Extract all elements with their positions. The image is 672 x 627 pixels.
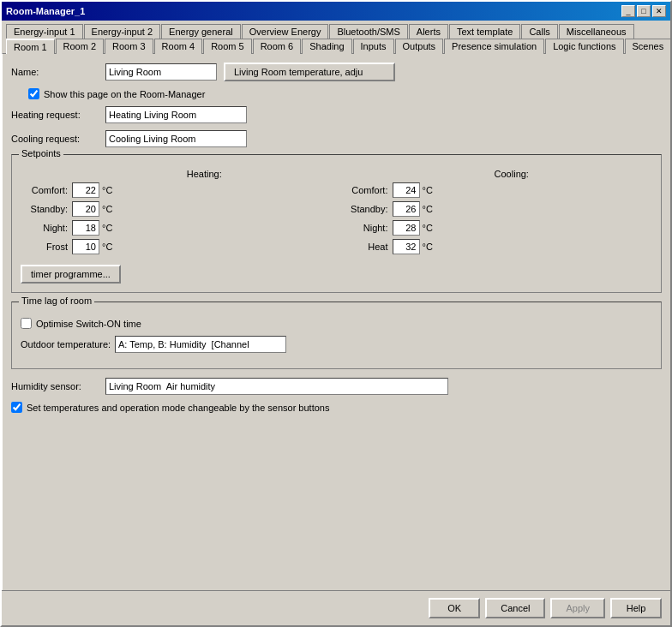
humidity-label: Humidity sensor:	[11, 381, 105, 391]
heating-col: Comfort: °C Standby: °C Night: °C	[21, 182, 333, 258]
timer-btn-row: timer programme...	[21, 265, 652, 284]
comfort-c-input[interactable]	[393, 182, 420, 198]
tab-miscellaneous[interactable]: Miscellaneous	[559, 24, 634, 39]
tab-calls[interactable]: Calls	[521, 24, 557, 39]
tab-scenes[interactable]: Scenes	[625, 39, 672, 54]
cooling-input[interactable]	[105, 130, 247, 147]
cooling-col-header: Cooling:	[495, 169, 529, 179]
main-window: Room-Manager_1 _ □ ✕ Energy-input 1 Ener…	[0, 0, 672, 627]
standby-c-unit: °C	[423, 204, 433, 214]
frost-unit: °C	[102, 242, 112, 252]
heat-unit: °C	[423, 242, 433, 252]
help-button[interactable]: Help	[610, 598, 662, 618]
night-c-unit: °C	[423, 223, 433, 233]
comfort-c-unit: °C	[423, 185, 433, 195]
minimize-button[interactable]: _	[621, 5, 635, 17]
frost-label: Frost	[21, 242, 72, 252]
show-checkbox-label: Show this page on the Room-Manager	[44, 89, 205, 99]
tab-row-2: Room 1 Room 2 Room 3 Room 4 Room 5 Room …	[6, 38, 666, 53]
tab-alerts[interactable]: Alerts	[409, 24, 448, 39]
cooling-col: Comfort: °C Standby: °C Night: °C	[341, 182, 653, 258]
humidity-row: Humidity sensor:	[11, 378, 662, 395]
timer-programme-button[interactable]: timer programme...	[21, 265, 121, 284]
name-row: Name: Living Room temperature, adju	[11, 63, 662, 81]
tab-text-template[interactable]: Text template	[449, 24, 520, 39]
standby-h-label: Standby:	[21, 204, 72, 214]
frost-input[interactable]	[72, 239, 99, 254]
humidity-input[interactable]	[105, 378, 448, 395]
frost-row: Frost °C	[21, 239, 333, 254]
heat-input[interactable]	[393, 239, 420, 254]
set-temps-row: Set temperatures and operation mode chan…	[11, 402, 662, 413]
heating-row: Heating request:	[11, 106, 662, 123]
tab-room-2[interactable]: Room 2	[56, 39, 105, 54]
heating-col-header: Heating:	[187, 169, 222, 179]
tab-presence-simulation[interactable]: Presence simulation	[444, 39, 544, 54]
outdoor-input[interactable]	[115, 336, 286, 353]
standby-h-row: Standby: °C	[21, 201, 333, 217]
night-c-label: Night:	[341, 223, 393, 233]
outdoor-label: Outdoor temperature:	[21, 339, 115, 349]
setpoints-title: Setpoints	[19, 148, 63, 158]
ok-button[interactable]: OK	[429, 598, 480, 618]
comfort-h-input[interactable]	[72, 182, 99, 198]
night-h-unit: °C	[102, 223, 112, 233]
night-h-input[interactable]	[72, 220, 99, 236]
maximize-button[interactable]: □	[637, 5, 651, 17]
setpoints-group: Setpoints Heating: Cooling: Comfort: °C	[11, 154, 662, 293]
tab-energy-input-2[interactable]: Energy-input 2	[84, 24, 161, 39]
optimise-label-wrapper: Optimise Switch-ON time	[21, 318, 652, 329]
tab-room-3[interactable]: Room 3	[105, 39, 153, 54]
set-temps-label: Set temperatures and operation mode chan…	[27, 403, 329, 413]
heat-row: Heat °C	[341, 239, 653, 254]
main-content: Name: Living Room temperature, adju Show…	[2, 53, 670, 590]
time-lag-group: Time lag of room Optimise Switch-ON time…	[11, 302, 662, 369]
cancel-button[interactable]: Cancel	[485, 598, 545, 618]
cooling-label: Cooling request:	[11, 134, 105, 144]
tab-bluetooth-sms[interactable]: Bluetooth/SMS	[329, 24, 407, 39]
tab-outputs[interactable]: Outputs	[395, 39, 444, 54]
optimise-label: Optimise Switch-ON time	[36, 319, 141, 329]
tab-room-6[interactable]: Room 6	[253, 39, 302, 54]
apply-button[interactable]: Apply	[550, 598, 605, 618]
optimise-checkbox[interactable]	[21, 318, 32, 329]
standby-h-unit: °C	[102, 204, 112, 214]
tab-overview-energy[interactable]: Overview Energy	[242, 24, 329, 39]
comfort-c-label: Comfort:	[341, 185, 393, 195]
heat-label: Heat	[341, 242, 393, 252]
tab-logic-functions[interactable]: Logic functions	[545, 39, 623, 54]
show-checkbox[interactable]	[28, 88, 39, 99]
outdoor-row: Outdoor temperature:	[21, 336, 652, 353]
tab-room-1[interactable]: Room 1	[6, 39, 55, 54]
tab-energy-general[interactable]: Energy general	[161, 24, 241, 39]
night-h-row: Night: °C	[21, 220, 333, 236]
tab-shading[interactable]: Shading	[302, 39, 351, 54]
window-title: Room-Manager_1	[6, 6, 85, 16]
tab-room-4[interactable]: Room 4	[154, 39, 203, 54]
tab-room-5[interactable]: Room 5	[203, 39, 252, 54]
tab-inputs[interactable]: Inputs	[353, 39, 394, 54]
tab-energy-input-1[interactable]: Energy-input 1	[6, 24, 83, 39]
tab-row-1: Energy-input 1 Energy-input 2 Energy gen…	[6, 23, 666, 38]
optimise-row: Optimise Switch-ON time	[21, 318, 652, 329]
comfort-c-row: Comfort: °C	[341, 182, 653, 198]
bottom-bar: OK Cancel Apply Help	[2, 590, 670, 625]
night-c-row: Night: °C	[341, 220, 653, 236]
night-h-label: Night:	[21, 223, 72, 233]
heating-input[interactable]	[105, 106, 247, 123]
night-c-input[interactable]	[393, 220, 420, 236]
standby-c-input[interactable]	[393, 201, 420, 217]
close-button[interactable]: ✕	[652, 5, 666, 17]
name-btn[interactable]: Living Room temperature, adju	[224, 63, 395, 81]
standby-c-row: Standby: °C	[341, 201, 653, 217]
title-bar-controls: _ □ ✕	[621, 5, 666, 17]
standby-h-input[interactable]	[72, 201, 99, 217]
set-temps-checkbox[interactable]	[11, 402, 22, 413]
name-label: Name:	[11, 67, 105, 77]
heating-label: Heating request:	[11, 110, 105, 120]
title-bar: Room-Manager_1 _ □ ✕	[2, 2, 670, 21]
comfort-h-row: Comfort: °C	[21, 182, 333, 198]
show-checkbox-row: Show this page on the Room-Manager	[28, 88, 662, 99]
name-input[interactable]	[105, 63, 217, 81]
time-lag-title: Time lag of room	[19, 296, 94, 306]
